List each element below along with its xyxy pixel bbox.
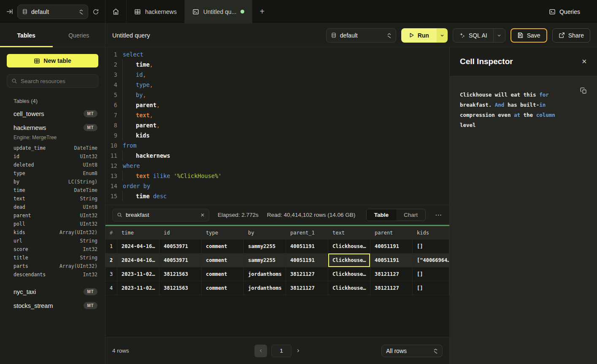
column-header[interactable]: parent_1: [286, 226, 328, 240]
view-toggle-chart[interactable]: Chart: [396, 209, 425, 221]
table-cell[interactable]: 2023-11-02…: [117, 267, 159, 281]
next-page-button[interactable]: [296, 348, 300, 353]
table-cell[interactable]: 38121127: [286, 281, 328, 295]
table-cell[interactable]: comment: [202, 267, 244, 281]
table-row[interactable]: 12024-04-16…40053971commentsammy22554005…: [105, 240, 449, 253]
editor-line[interactable]: 9kids: [105, 130, 449, 140]
editor-line[interactable]: 11hackernews: [105, 151, 449, 161]
schema-column-row[interactable]: update_timeDateTime: [7, 144, 98, 152]
editor-line[interactable]: 4type,: [105, 80, 449, 90]
table-cell[interactable]: Clickhouse…: [328, 281, 370, 295]
queries-button[interactable]: Queries: [544, 0, 597, 23]
share-button[interactable]: Share: [552, 28, 590, 43]
table-cell[interactable]: 40051191: [286, 240, 328, 253]
table-cell[interactable]: Clickhouse…: [328, 253, 370, 267]
column-header[interactable]: text: [328, 226, 370, 240]
results-search-input[interactable]: [126, 212, 197, 218]
editor-line[interactable]: 3id,: [105, 70, 449, 80]
schema-column-row[interactable]: deadUInt8: [7, 203, 98, 211]
table-cell[interactable]: 40051191: [370, 240, 413, 253]
schema-column-row[interactable]: deletedUInt8: [7, 161, 98, 169]
table-cell[interactable]: 2024-04-16…: [117, 240, 159, 253]
table-cell[interactable]: ["40066964…: [413, 253, 449, 267]
table-cell[interactable]: 40051191: [286, 253, 328, 267]
table-cell[interactable]: jordanthoms: [244, 281, 286, 295]
editor-line[interactable]: 8parent,: [105, 120, 449, 130]
schema-column-row[interactable]: scoreInt32: [7, 245, 98, 253]
table-cell[interactable]: Clickhouse…: [328, 267, 370, 281]
table-cell[interactable]: sammy2255: [244, 240, 286, 253]
previous-page-button[interactable]: [254, 345, 267, 357]
collapse-sidebar-icon[interactable]: [6, 8, 13, 15]
tab-hackernews[interactable]: hackernews: [127, 0, 185, 23]
schema-column-row[interactable]: byLC(String): [7, 178, 98, 186]
schema-column-row[interactable]: titleString: [7, 253, 98, 262]
table-cell[interactable]: sammy2255: [244, 253, 286, 267]
table-cell[interactable]: Clickhouse…: [328, 240, 370, 253]
tab-home[interactable]: [105, 0, 127, 23]
table-cell[interactable]: 38121127: [370, 281, 413, 295]
editor-line[interactable]: 10from: [105, 140, 449, 151]
table-cell[interactable]: []: [413, 240, 449, 253]
table-cell[interactable]: 38121127: [286, 267, 328, 281]
table-cell[interactable]: 38121563: [159, 267, 202, 281]
column-header[interactable]: type: [202, 226, 244, 240]
table-cell[interactable]: 38121563: [159, 281, 202, 295]
schema-column-row[interactable]: idUInt32: [7, 152, 98, 161]
schema-column-row[interactable]: pollUInt32: [7, 220, 98, 228]
save-button[interactable]: Save: [511, 28, 547, 43]
schema-column-row[interactable]: descendantsInt32: [7, 270, 98, 279]
table-cell[interactable]: []: [413, 267, 449, 281]
table-row[interactable]: 22024-04-16…40053971commentsammy22554005…: [105, 253, 449, 267]
more-options-icon[interactable]: ⋯: [434, 211, 443, 219]
query-database-selector[interactable]: default: [326, 28, 396, 43]
table-row[interactable]: 32023-11-02…38121563commentjordanthoms38…: [105, 267, 449, 281]
schema-column-row[interactable]: kidsArray(UInt32): [7, 228, 98, 237]
sidebar-item-hackernews[interactable]: hackernews MT: [7, 121, 98, 135]
table-cell[interactable]: 38121127: [370, 267, 413, 281]
editor-line[interactable]: 6parent,: [105, 100, 449, 110]
column-header[interactable]: parent: [370, 226, 413, 240]
column-header[interactable]: time: [117, 226, 159, 240]
table-cell[interactable]: 2023-11-02…: [117, 281, 159, 295]
sql-ai-caret[interactable]: [493, 29, 505, 42]
new-tab-button[interactable]: +: [252, 0, 272, 23]
editor-line[interactable]: 1select: [105, 49, 449, 59]
sidebar-item-nyc-taxi[interactable]: nyc_taxi MT: [7, 285, 98, 299]
table-cell[interactable]: comment: [202, 240, 244, 253]
editor-line[interactable]: 15time desc: [105, 191, 449, 201]
table-row[interactable]: 42023-11-02…38121563commentjordanthoms38…: [105, 281, 449, 295]
database-selector[interactable]: default: [17, 5, 88, 19]
page-number-input[interactable]: [271, 345, 292, 357]
table-cell[interactable]: 40051191: [370, 253, 413, 267]
schema-column-row[interactable]: parentUInt32: [7, 211, 98, 220]
view-toggle-table[interactable]: Table: [367, 209, 396, 221]
close-icon[interactable]: ✕: [581, 58, 587, 65]
table-cell[interactable]: 40053971: [159, 240, 202, 253]
table-cell[interactable]: []: [413, 281, 449, 295]
sidebar-tab-tables[interactable]: Tables: [0, 24, 53, 47]
editor-line[interactable]: 14order by: [105, 181, 449, 191]
column-header[interactable]: by: [244, 226, 286, 240]
page-size-selector[interactable]: All rows: [381, 345, 443, 357]
sidebar-item-cell-towers[interactable]: cell_towers MT: [7, 107, 98, 121]
run-button[interactable]: Run: [401, 28, 437, 43]
schema-column-row[interactable]: urlString: [7, 237, 98, 245]
sql-editor[interactable]: 1select2time,3id,4type,5by,6parent,7text…: [105, 47, 449, 205]
column-header[interactable]: id: [159, 226, 202, 240]
tab-untitled-query[interactable]: Untitled qu...: [185, 0, 253, 23]
copy-icon[interactable]: [580, 87, 587, 94]
schema-column-row[interactable]: textString: [7, 194, 98, 203]
sidebar-tab-queries[interactable]: Queries: [53, 24, 105, 47]
new-table-button[interactable]: New table: [7, 54, 98, 67]
resource-search-input[interactable]: [21, 78, 95, 84]
editor-line[interactable]: 13text ilike '%ClickHouse%': [105, 171, 449, 181]
editor-line[interactable]: 2time,: [105, 59, 449, 70]
editor-line[interactable]: 5by,: [105, 90, 449, 100]
column-header[interactable]: kids: [413, 226, 449, 240]
clear-search-icon[interactable]: ✕: [200, 212, 205, 218]
sql-ai-button[interactable]: SQL AI: [453, 29, 493, 42]
table-cell[interactable]: 2024-04-16…: [117, 253, 159, 267]
table-cell[interactable]: comment: [202, 253, 244, 267]
sidebar-item-stocks-stream[interactable]: stocks_stream MT: [7, 299, 98, 313]
